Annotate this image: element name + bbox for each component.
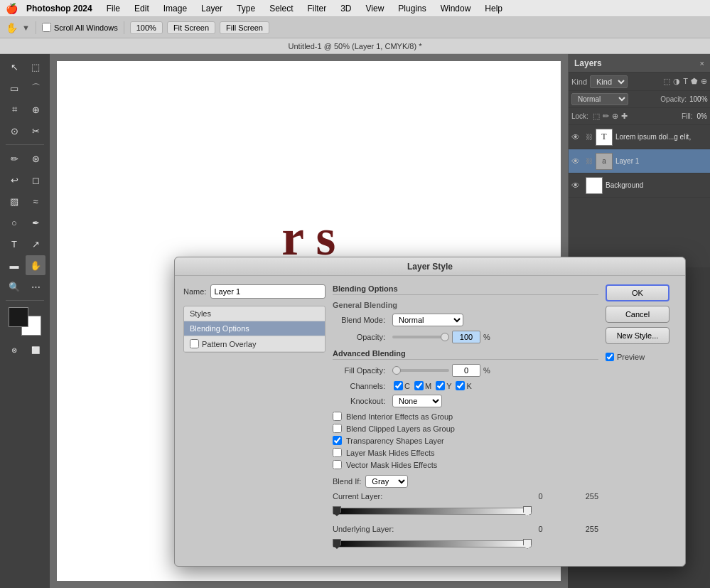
rectangular-marquee-tool[interactable]: ▭ bbox=[4, 78, 24, 98]
channel-y[interactable]: Y bbox=[436, 381, 451, 390]
zoom-level-button[interactable]: 100% bbox=[130, 21, 163, 34]
move-tool[interactable]: ↖ bbox=[4, 57, 24, 77]
layer-mask-hides-checkbox[interactable] bbox=[333, 448, 342, 457]
crop-tool[interactable]: ⌗ bbox=[4, 100, 24, 119]
blend-clipped-checkbox[interactable] bbox=[333, 424, 342, 433]
pen-tool[interactable]: ✒ bbox=[26, 213, 45, 232]
fill-opacity-input[interactable] bbox=[452, 364, 480, 377]
menu-image[interactable]: Image bbox=[158, 4, 193, 14]
dialog-style-styles[interactable]: Styles bbox=[184, 306, 325, 321]
foreground-color-swatch[interactable] bbox=[9, 307, 28, 327]
vector-mask-hides-checkbox[interactable] bbox=[333, 460, 342, 469]
layers-filter-smart-icon[interactable]: ⊕ bbox=[701, 77, 707, 86]
lock-position-icon[interactable]: ✚ bbox=[621, 112, 628, 121]
lock-artboard-icon[interactable]: ⊕ bbox=[612, 112, 618, 121]
path-selection-tool[interactable]: ↗ bbox=[26, 234, 45, 254]
layers-filter-adjust-icon[interactable]: ◑ bbox=[673, 77, 680, 86]
blur-tool[interactable]: ≈ bbox=[26, 191, 45, 211]
transparency-shapes-checkbox[interactable] bbox=[333, 436, 342, 445]
pattern-overlay-checkbox[interactable] bbox=[190, 339, 199, 348]
change-screen-mode[interactable]: ⬜ bbox=[26, 340, 45, 360]
menu-3d[interactable]: 3D bbox=[335, 4, 357, 14]
fill-opacity-slider[interactable] bbox=[392, 369, 449, 372]
fill-screen-button[interactable]: Fill Screen bbox=[220, 21, 269, 34]
eyedropper-tool[interactable]: ⊕ bbox=[26, 100, 45, 119]
text-tool[interactable]: T bbox=[4, 234, 24, 254]
channel-y-checkbox[interactable] bbox=[436, 381, 445, 390]
fit-screen-button[interactable]: Fit Screen bbox=[167, 21, 215, 34]
channel-c-checkbox[interactable] bbox=[394, 381, 403, 390]
menu-edit[interactable]: Edit bbox=[129, 4, 155, 14]
artboard-tool[interactable]: ⬚ bbox=[26, 57, 45, 77]
layer-style-dialog[interactable]: Layer Style Name: Styles Blending Option… bbox=[174, 257, 686, 567]
menu-file[interactable]: File bbox=[101, 4, 126, 14]
patch-tool[interactable]: ✂ bbox=[26, 121, 45, 141]
cancel-button[interactable]: Cancel bbox=[606, 306, 669, 323]
hand-tool[interactable]: ✋ bbox=[26, 255, 45, 275]
knockout-select[interactable]: None bbox=[392, 395, 442, 407]
channel-k[interactable]: K bbox=[456, 381, 471, 390]
blend-interior-checkbox[interactable] bbox=[333, 412, 342, 421]
lasso-tool[interactable]: ⌒ bbox=[26, 78, 45, 98]
dialog-body: Name: Styles Blending Options Pattern Ov… bbox=[175, 276, 685, 566]
layers-blend-mode-select[interactable]: Normal bbox=[571, 93, 628, 105]
history-brush-tool[interactable]: ↩ bbox=[4, 170, 24, 190]
preview-checkbox[interactable] bbox=[606, 353, 614, 361]
channel-k-checkbox[interactable] bbox=[456, 381, 465, 390]
dodge-tool[interactable]: ○ bbox=[4, 213, 24, 232]
menu-type[interactable]: Type bbox=[231, 4, 261, 14]
opacity-input[interactable] bbox=[452, 331, 480, 343]
menu-select[interactable]: Select bbox=[264, 4, 298, 14]
scroll-all-windows-label[interactable]: Scroll All Windows bbox=[42, 23, 118, 32]
eraser-tool[interactable]: ◻ bbox=[26, 170, 45, 190]
layers-kind-label: Kind bbox=[571, 77, 587, 86]
app-name[interactable]: Photoshop 2024 bbox=[26, 4, 92, 14]
layers-opacity-value[interactable]: 100% bbox=[689, 95, 707, 103]
channels-row: Channels: C M Y bbox=[333, 381, 598, 390]
new-style-button[interactable]: New Style... bbox=[606, 327, 669, 344]
menu-view[interactable]: View bbox=[360, 4, 390, 14]
layer-visibility-icon-text[interactable]: 👁 bbox=[571, 132, 583, 142]
layers-filter-shape-icon[interactable]: ⬟ bbox=[691, 77, 698, 86]
channel-m-checkbox[interactable] bbox=[414, 381, 424, 390]
layers-kind-select[interactable]: Kind bbox=[590, 75, 628, 88]
quick-mask-tool[interactable]: ⊗ bbox=[4, 340, 24, 360]
layers-panel-close-button[interactable]: × bbox=[700, 59, 704, 68]
layer-item-text[interactable]: 👁 ⛓ T Lorem ipsum dol...g elit, bbox=[569, 125, 710, 149]
dialog-style-blending-options[interactable]: Blending Options bbox=[184, 321, 325, 336]
layer-chain-icon-text: ⛓ bbox=[586, 133, 593, 141]
ok-button[interactable]: OK bbox=[606, 284, 669, 301]
underlying-layer-label-row: Underlying Layer: 0 255 bbox=[333, 525, 598, 533]
layers-filter-text-icon[interactable]: T bbox=[683, 77, 688, 86]
layer-visibility-icon-layer1[interactable]: 👁 bbox=[571, 156, 583, 166]
current-layer-min: 0 bbox=[539, 492, 543, 501]
channel-c[interactable]: C bbox=[394, 381, 410, 390]
menu-layer[interactable]: Layer bbox=[195, 4, 228, 14]
blend-mode-select[interactable]: Normal bbox=[392, 314, 463, 326]
menu-filter[interactable]: Filter bbox=[301, 4, 332, 14]
lock-paint-icon[interactable]: ✏ bbox=[603, 112, 609, 121]
menu-window[interactable]: Window bbox=[435, 4, 477, 14]
dialog-style-pattern-overlay[interactable]: Pattern Overlay bbox=[184, 336, 325, 352]
layers-filter-pixel-icon[interactable]: ⬚ bbox=[663, 77, 670, 86]
channel-m[interactable]: M bbox=[414, 381, 431, 390]
menu-plugins[interactable]: Plugins bbox=[392, 4, 431, 14]
gradient-tool[interactable]: ▨ bbox=[4, 191, 24, 211]
layer-visibility-icon-bg[interactable]: 👁 bbox=[571, 181, 583, 191]
opacity-slider[interactable] bbox=[392, 336, 449, 338]
menu-help[interactable]: Help bbox=[479, 4, 508, 14]
layers-fill-value[interactable]: 0% bbox=[697, 112, 707, 120]
brush-tool[interactable]: ✏ bbox=[4, 149, 24, 169]
layer-item-layer1[interactable]: 👁 ⛓ a Layer 1 bbox=[569, 149, 710, 173]
zoom-tool[interactable]: 🔍 bbox=[4, 277, 24, 296]
dialog-name-input[interactable] bbox=[210, 284, 326, 299]
clone-stamp-tool[interactable]: ⊛ bbox=[26, 149, 45, 169]
healing-brush-tool[interactable]: ⊙ bbox=[4, 121, 24, 141]
layer-item-background[interactable]: 👁 Background bbox=[569, 173, 710, 198]
scroll-all-windows-checkbox[interactable] bbox=[42, 23, 51, 32]
apple-icon[interactable]: 🍎 bbox=[6, 3, 18, 14]
extra-tool[interactable]: ⋯ bbox=[26, 277, 45, 296]
lock-transparency-icon[interactable]: ⬚ bbox=[593, 112, 600, 121]
rectangle-tool[interactable]: ▬ bbox=[4, 255, 24, 275]
blend-if-select[interactable]: Gray bbox=[365, 475, 408, 488]
